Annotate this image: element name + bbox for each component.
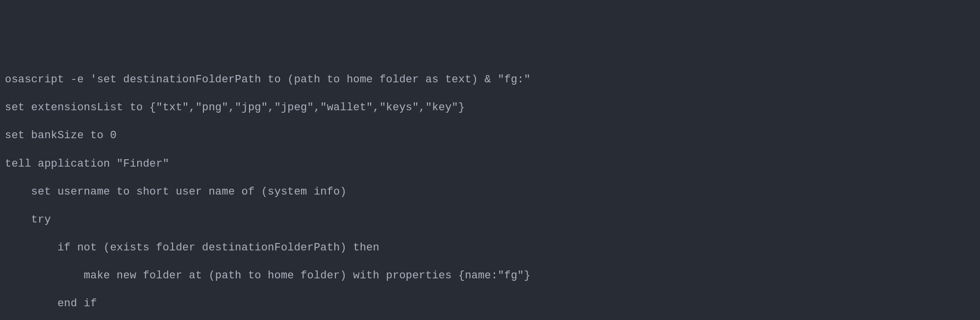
code-text: osascript -e 'set destinationFolderPath … <box>5 74 530 86</box>
code-line: make new folder at (path to home folder)… <box>5 269 975 283</box>
code-line: end if <box>5 297 975 311</box>
code-block: osascript -e 'set destinationFolderPath … <box>5 59 975 320</box>
code-text: set username to short user name of (syst… <box>31 186 347 198</box>
code-text: try <box>31 214 51 226</box>
code-text: make new folder at (path to home folder)… <box>84 270 530 282</box>
code-text: set extensionsList to {"txt","png","jpg"… <box>5 101 465 114</box>
code-line: tell application "Finder" <box>5 157 975 172</box>
code-line: set username to short user name of (syst… <box>5 185 975 199</box>
code-line: try <box>5 213 975 227</box>
code-text: if not (exists folder destinationFolderP… <box>57 242 379 254</box>
code-line: set extensionsList to {"txt","png","jpg"… <box>5 101 975 115</box>
code-text: set bankSize to 0 <box>5 129 117 142</box>
code-line: if not (exists folder destinationFolderP… <box>5 241 975 255</box>
code-line: osascript -e 'set destinationFolderPath … <box>5 73 975 87</box>
code-text: end if <box>57 297 97 310</box>
code-line: set bankSize to 0 <box>5 129 975 143</box>
code-text: tell application "Finder" <box>5 158 169 170</box>
